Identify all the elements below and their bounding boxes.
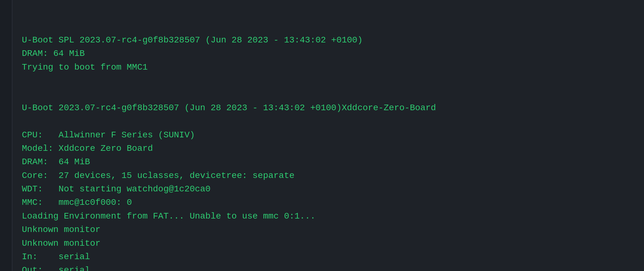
terminal-line-empty bbox=[22, 115, 635, 128]
terminal-line-empty bbox=[22, 74, 635, 87]
terminal-line-empty bbox=[22, 87, 635, 101]
terminal-line: Out: serial bbox=[22, 264, 635, 271]
terminal-line: DRAM: 64 MiB bbox=[22, 47, 635, 60]
terminal-line: DRAM: 64 MiB bbox=[22, 155, 635, 169]
terminal-line: Core: 27 devices, 15 uclasses, devicetre… bbox=[22, 169, 635, 182]
sidebar bbox=[0, 0, 12, 271]
terminal-line: U-Boot SPL 2023.07-rc4-g0f8b328507 (Jun … bbox=[22, 33, 635, 47]
terminal-line: In: serial bbox=[22, 250, 635, 264]
terminal-line: U-Boot 2023.07-rc4-g0f8b328507 (Jun 28 2… bbox=[22, 101, 635, 115]
terminal-line: CPU: Allwinner F Series (SUNIV) bbox=[22, 128, 635, 142]
terminal-output[interactable]: U-Boot SPL 2023.07-rc4-g0f8b328507 (Jun … bbox=[12, 0, 644, 271]
terminal-line: Loading Environment from FAT... Unable t… bbox=[22, 209, 635, 223]
terminal-line: WDT: Not starting watchdog@1c20ca0 bbox=[22, 182, 635, 196]
terminal-line: Trying to boot from MMC1 bbox=[22, 61, 635, 74]
terminal-line: Model: Xddcore Zero Board bbox=[22, 142, 635, 155]
terminal-line: Unknown monitor bbox=[22, 237, 635, 250]
terminal-container: U-Boot SPL 2023.07-rc4-g0f8b328507 (Jun … bbox=[0, 0, 644, 271]
terminal-line: Unknown monitor bbox=[22, 223, 635, 236]
terminal-line: MMC: mmc@1c0f000: 0 bbox=[22, 196, 635, 209]
